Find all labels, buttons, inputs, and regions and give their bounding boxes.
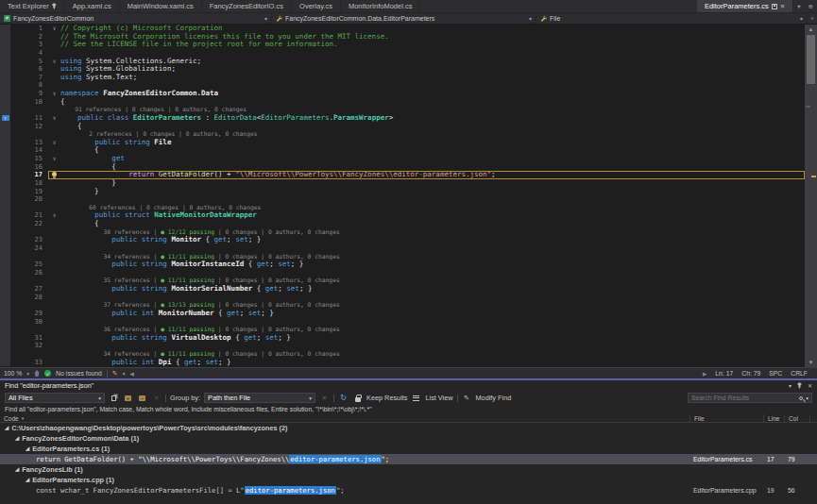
lightbulb-icon[interactable] [52, 172, 57, 176]
reference-icon[interactable]: ↑ [2, 115, 9, 121]
find-panel-title-bar[interactable]: Find "editor-parameters.json" ▾ ✕ [0, 380, 817, 391]
window-position-chevron-icon[interactable]: ▾ [789, 382, 791, 389]
code-line[interactable]: 21∨ public struct NativeMonitorDataWrapp… [0, 211, 805, 220]
list-view-icon[interactable] [411, 393, 421, 403]
fold-arrow-icon[interactable]: ∨ [48, 114, 60, 123]
column-file[interactable]: File [689, 414, 763, 423]
tab-overlay-cs[interactable]: Overlay.cs [292, 0, 341, 12]
scroll-up-icon[interactable]: ▲ [805, 25, 817, 34]
code-line[interactable]: 17 return GetDataFolder() + "\\Microsoft… [0, 171, 805, 179]
document-health-icon[interactable] [34, 370, 40, 377]
column-code[interactable]: Code ▾ [0, 414, 689, 423]
tree-expander-icon[interactable]: ◢ [26, 444, 29, 454]
code-line[interactable]: 10{ [0, 98, 805, 107]
fold-arrow-icon[interactable]: ∨ [48, 58, 60, 66]
space-indicator[interactable]: SPC [769, 370, 782, 377]
char-indicator[interactable]: Ch: 79 [741, 370, 760, 377]
find-result-group-row[interactable]: ◢EditorParameters.cpp (1) [0, 475, 817, 485]
scope-dropdown[interactable]: All Files ▾ [5, 393, 105, 403]
pin-panel-icon[interactable] [797, 382, 802, 389]
hscroll-left-icon[interactable]: ◀ [129, 371, 133, 377]
copy-results-icon[interactable] [109, 393, 119, 403]
collapse-all-icon[interactable]: − [137, 393, 147, 403]
type-dropdown[interactable]: FancyZonesEditorCommon.Data.EditorParame… [272, 13, 536, 24]
fold-arrow-icon[interactable]: ∨ [48, 90, 60, 98]
vertical-scrollbar[interactable]: ▲ ▼ [805, 25, 817, 367]
fold-arrow-icon[interactable]: ∨ [48, 25, 60, 33]
clear-all-icon[interactable]: ≡ [151, 393, 162, 403]
code-line[interactable]: 3// See the LICENSE file in the project … [0, 41, 805, 49]
modify-find-label[interactable]: Modify Find [476, 394, 512, 402]
find-result-group-row[interactable]: ◢FancyZonesLib (1) [0, 464, 817, 475]
close-tab-icon[interactable]: ✕ [780, 3, 785, 10]
window-options-icon[interactable]: ⊕ [805, 0, 817, 12]
search-find-results-box[interactable]: ▾ [688, 393, 812, 403]
expand-all-icon[interactable]: + [123, 393, 133, 403]
tab-fancyzoneseditorio-cs[interactable]: FancyZonesEditorIO.cs [202, 0, 292, 12]
lock-icon[interactable] [352, 393, 363, 403]
find-result-match-row[interactable]: return GetDataFolder() + "\\Microsoft\\P… [0, 454, 817, 464]
member-dropdown[interactable]: File ▾ [536, 13, 808, 24]
search-input[interactable] [691, 395, 796, 401]
code-line[interactable]: 7using System.Text; [0, 74, 805, 82]
code-line[interactable]: 26 [0, 269, 805, 277]
tree-expander-icon[interactable]: ◢ [15, 464, 19, 475]
code-line[interactable]: 20 [0, 195, 805, 204]
code-line[interactable]: 31 public string VirtualDesktop { get; s… [0, 334, 805, 343]
find-result-group-row[interactable]: ◢FancyZonesEditorCommon\Data (1) [0, 433, 817, 444]
cleanup-chevron-icon[interactable]: ▾ [123, 371, 126, 377]
fold-arrow-icon[interactable]: ∨ [48, 139, 60, 147]
find-result-match-row[interactable]: const wchar_t FancyZonesEditorParameters… [0, 485, 817, 496]
tab-app-xaml-cs[interactable]: App.xaml.cs [65, 0, 120, 12]
code-line[interactable]: 27 public string MonitorSerialNumber { g… [0, 285, 805, 294]
tree-expander-icon[interactable]: ◢ [26, 475, 29, 485]
scroll-down-icon[interactable]: ▼ [805, 358, 817, 367]
code-line[interactable]: 33 public int Dpi { get; set; } [0, 359, 805, 367]
line-indicator[interactable]: Ln: 17 [715, 370, 733, 377]
code-line[interactable]: 32 [0, 342, 805, 350]
scrollbar-thumb[interactable] [807, 35, 815, 84]
find-result-group-row[interactable]: ◢EditorParameters.cs (1) [0, 444, 817, 454]
tab-list-chevron-icon[interactable]: ▾ [793, 0, 804, 12]
tab-text-explorer[interactable]: Text Explorer [0, 0, 65, 12]
code-line[interactable]: 22 { [0, 220, 805, 228]
column-line[interactable]: Line [763, 414, 784, 423]
code-line[interactable]: 19 } [0, 188, 805, 196]
fold-arrow-icon[interactable]: ∨ [48, 155, 60, 163]
hscroll-right-icon[interactable]: ▶ [703, 371, 706, 377]
code-cleanup-icon[interactable]: ✎ [112, 370, 118, 378]
eol-indicator[interactable]: CRLF [791, 370, 808, 377]
tree-expander-icon[interactable]: ◢ [15, 433, 19, 444]
code-line[interactable]: 23 public string Monitor { get; set; } [0, 236, 805, 244]
find-result-group-row[interactable]: ◢C:\Users\zhaopengwang\Desktop\powertoys… [0, 423, 817, 433]
tab-editorparameters[interactable]: EditorParameters.cs ✕ [697, 0, 793, 12]
code-line[interactable]: 12 { [0, 123, 805, 131]
list-view-label[interactable]: List View [425, 394, 452, 402]
issues-status[interactable]: No issues found [56, 370, 102, 377]
fold-arrow-icon[interactable]: ∨ [48, 211, 60, 220]
column-col[interactable]: Col [784, 414, 809, 423]
project-dropdown[interactable]: # FancyZonesEditorCommon ▾ [0, 13, 272, 24]
code-line[interactable]: 29 public int MonitorNumber { get; set; … [0, 310, 805, 318]
modify-find-icon[interactable]: ✎ [462, 393, 472, 403]
code-line[interactable]: 24 [0, 244, 805, 253]
tree-expander-icon[interactable]: ◢ [5, 423, 9, 433]
split-editor-icon[interactable]: + [808, 13, 817, 24]
keep-results-label[interactable]: Keep Results [366, 394, 407, 402]
code-line[interactable]: 18 } [0, 179, 805, 188]
close-panel-icon[interactable]: ✕ [808, 382, 812, 389]
code-line[interactable]: 9∨namespace FancyZonesEditorCommon.Data [0, 90, 805, 98]
tab-monitorinfomodel-cs[interactable]: MonitorInfoModel.cs [341, 0, 421, 12]
refresh-icon[interactable]: ↻ [338, 393, 349, 403]
remove-result-icon[interactable]: ✕ [319, 393, 330, 403]
code-line[interactable]: 15∨ get [0, 155, 805, 163]
save-document-icon[interactable] [772, 4, 777, 9]
code-lines[interactable]: 1∨// Copyright (c) Microsoft Corporation… [0, 25, 805, 367]
zoom-level[interactable]: 100 % [4, 370, 22, 377]
code-line[interactable]: 25 public string MonitorInstanceId { get… [0, 260, 805, 269]
code-line[interactable]: 30 [0, 318, 805, 327]
code-line[interactable]: 13∨ public string File [0, 139, 805, 147]
code-line[interactable]: ↑11∨ public class EditorParameters : Edi… [0, 114, 805, 123]
code-line[interactable]: 28 [0, 294, 805, 302]
tab-mainwindow-xaml-cs[interactable]: MainWindow.xaml.cs [120, 0, 202, 12]
